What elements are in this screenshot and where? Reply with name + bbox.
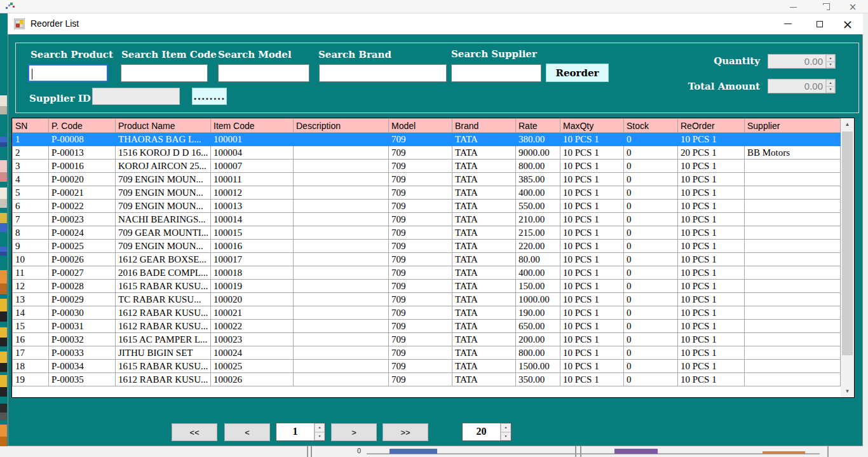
cell[interactable]: 10 PCS 1 xyxy=(678,306,745,320)
cell[interactable]: 150.00 xyxy=(516,280,560,293)
cell[interactable]: 10 PCS 1 xyxy=(678,333,745,346)
cell[interactable]: P-00031 xyxy=(49,320,116,333)
cell[interactable]: 18 xyxy=(13,360,49,373)
cell[interactable]: TATA xyxy=(452,173,516,186)
cell[interactable]: 10 PCS 1 xyxy=(678,160,745,173)
cell[interactable]: P-00035 xyxy=(49,373,116,386)
search-input[interactable] xyxy=(319,64,447,82)
cell[interactable]: 0 xyxy=(624,333,678,346)
cell[interactable]: P-00023 xyxy=(49,213,116,226)
cell[interactable]: 14 xyxy=(13,306,49,320)
cell[interactable]: 12 xyxy=(13,280,49,293)
cell[interactable]: 0 xyxy=(624,346,678,360)
cell[interactable]: 400.00 xyxy=(516,266,560,280)
cell[interactable]: 10 PCS 1 xyxy=(678,293,745,306)
cell[interactable]: 709 xyxy=(389,213,452,226)
cell[interactable]: 10 PCS 1 xyxy=(678,173,745,186)
cell[interactable]: 10 PCS 1 xyxy=(560,133,624,146)
scrollbar-thumb[interactable] xyxy=(842,132,853,355)
search-input[interactable] xyxy=(28,64,108,82)
cell[interactable]: 100007 xyxy=(211,160,294,173)
cell[interactable]: 10 PCS 1 xyxy=(560,320,624,333)
cell[interactable]: 215.00 xyxy=(516,226,560,240)
cell[interactable]: TC RABAR KUSU... xyxy=(116,293,211,306)
column-header[interactable]: Stock xyxy=(624,119,678,133)
cell[interactable]: 709 xyxy=(389,186,452,200)
cell[interactable] xyxy=(745,346,841,360)
cell[interactable] xyxy=(745,213,841,226)
cell[interactable]: TATA xyxy=(452,133,516,146)
cell[interactable]: TATA xyxy=(452,320,516,333)
cell[interactable]: 3 xyxy=(13,160,49,173)
page-down-icon[interactable]: ▼ xyxy=(315,432,325,441)
cell[interactable]: NACHI BEARINGS... xyxy=(116,213,211,226)
cell[interactable]: 10 PCS 1 xyxy=(678,266,745,280)
grid-scrollbar[interactable]: ▲ ▼ xyxy=(841,118,854,397)
cell[interactable]: P-00020 xyxy=(49,173,116,186)
cell[interactable]: P-00025 xyxy=(49,240,116,253)
cell[interactable]: 10 PCS 1 xyxy=(678,253,745,266)
cell[interactable]: 100021 xyxy=(211,306,294,320)
cell[interactable]: 10 PCS 1 xyxy=(560,280,624,293)
cell[interactable]: P-00026 xyxy=(49,253,116,266)
cell[interactable]: 0 xyxy=(624,226,678,240)
cell[interactable]: 10 PCS 1 xyxy=(678,133,745,146)
cell[interactable]: THAORAS BAG L... xyxy=(116,133,211,146)
cell[interactable]: 17 xyxy=(13,346,49,360)
cell[interactable]: TATA xyxy=(452,200,516,213)
column-header[interactable]: ReOrder xyxy=(678,119,745,133)
cell[interactable]: 10 PCS 1 xyxy=(560,346,624,360)
cell[interactable]: 15 xyxy=(13,320,49,333)
column-header[interactable]: Brand xyxy=(452,119,516,133)
cell[interactable]: 709 xyxy=(389,346,452,360)
cell[interactable]: 10 PCS 1 xyxy=(678,373,745,386)
cell[interactable]: 709 xyxy=(389,226,452,240)
cell[interactable] xyxy=(745,226,841,240)
cell[interactable]: 190.00 xyxy=(516,306,560,320)
cell[interactable]: 709 ENGIN MOUN... xyxy=(116,240,211,253)
cell[interactable]: 385.00 xyxy=(516,173,560,186)
cell[interactable]: 7 xyxy=(13,213,49,226)
cell[interactable]: 400.00 xyxy=(516,186,560,200)
column-header[interactable]: Rate xyxy=(516,119,560,133)
cell[interactable]: 709 xyxy=(389,280,452,293)
table-row[interactable]: 8P-00024709 GEAR MOUNTI...100015709TATA2… xyxy=(13,226,841,240)
table-row[interactable]: 3P-00016KOROJ AIRCON 25...100007709TATA8… xyxy=(13,160,841,173)
minimize-button[interactable] xyxy=(774,13,802,34)
cell[interactable]: 100020 xyxy=(211,293,294,306)
cell[interactable]: 100017 xyxy=(211,253,294,266)
cell[interactable]: 10 PCS 1 xyxy=(560,373,624,386)
page-size-up-icon[interactable]: ▲ xyxy=(501,423,511,432)
cell[interactable]: 10 PCS 1 xyxy=(560,160,624,173)
cell[interactable]: 1500.00 xyxy=(516,360,560,373)
cell[interactable]: TATA xyxy=(452,293,516,306)
cell[interactable]: 0 xyxy=(624,146,678,160)
search-input[interactable] xyxy=(121,64,208,82)
cell[interactable]: 1615 RABAR KUSU... xyxy=(116,360,211,373)
cell[interactable] xyxy=(745,200,841,213)
cell[interactable]: 20 PCS 1 xyxy=(678,146,745,160)
parent-minimize-button[interactable] xyxy=(783,2,803,12)
cell[interactable]: 10 PCS 1 xyxy=(560,253,624,266)
cell[interactable]: 2016 BADE COMPL... xyxy=(116,266,211,280)
cell[interactable] xyxy=(745,253,841,266)
cell[interactable]: 1612 RABAR KUSU... xyxy=(116,306,211,320)
cell[interactable]: 1612 RABAR KUSU... xyxy=(116,373,211,386)
search-input[interactable] xyxy=(451,64,541,82)
cell[interactable]: 100016 xyxy=(211,240,294,253)
cell[interactable]: 1615 RABAR KUSU... xyxy=(116,280,211,293)
cell[interactable]: 1612 GEAR BOXSE... xyxy=(116,253,211,266)
cell[interactable]: 0 xyxy=(624,133,678,146)
cell[interactable]: TATA xyxy=(452,333,516,346)
cell[interactable]: 100015 xyxy=(211,226,294,240)
cell[interactable] xyxy=(745,333,841,346)
cell[interactable] xyxy=(294,253,389,266)
cell[interactable] xyxy=(294,280,389,293)
cell[interactable] xyxy=(294,146,389,160)
cell[interactable]: P-00032 xyxy=(49,333,116,346)
cell[interactable] xyxy=(745,133,841,146)
cell[interactable]: 10 PCS 1 xyxy=(560,240,624,253)
cell[interactable]: 0 xyxy=(624,253,678,266)
cell[interactable] xyxy=(745,240,841,253)
cell[interactable]: 709 xyxy=(389,200,452,213)
